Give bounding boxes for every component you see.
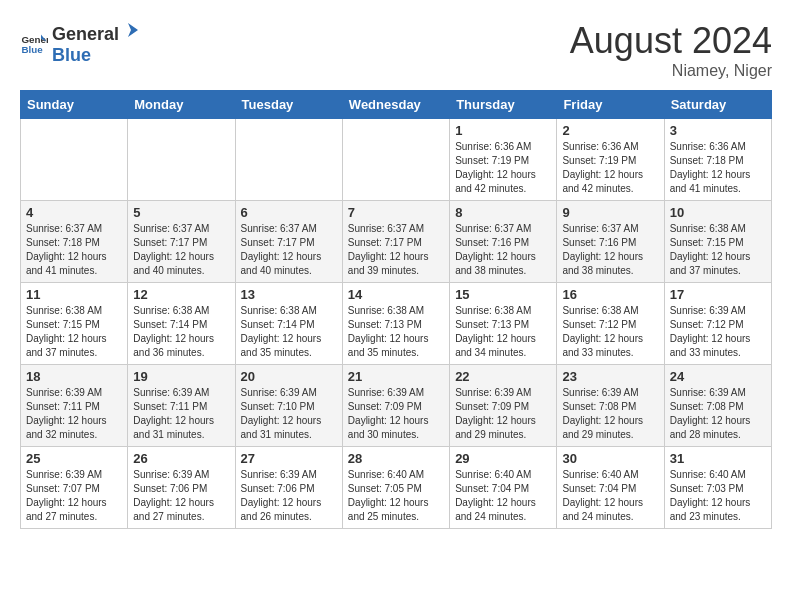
logo-arrow-icon (120, 20, 140, 40)
day-info: Sunrise: 6:36 AM Sunset: 7:18 PM Dayligh… (670, 140, 766, 196)
calendar-day-cell (21, 119, 128, 201)
day-info: Sunrise: 6:39 AM Sunset: 7:10 PM Dayligh… (241, 386, 337, 442)
day-info: Sunrise: 6:40 AM Sunset: 7:04 PM Dayligh… (455, 468, 551, 524)
calendar-header-row: SundayMondayTuesdayWednesdayThursdayFrid… (21, 91, 772, 119)
day-number: 6 (241, 205, 337, 220)
day-of-week-header: Wednesday (342, 91, 449, 119)
calendar-week-row: 25Sunrise: 6:39 AM Sunset: 7:07 PM Dayli… (21, 447, 772, 529)
calendar-day-cell: 13Sunrise: 6:38 AM Sunset: 7:14 PM Dayli… (235, 283, 342, 365)
calendar-day-cell (342, 119, 449, 201)
calendar-day-cell: 20Sunrise: 6:39 AM Sunset: 7:10 PM Dayli… (235, 365, 342, 447)
calendar-day-cell: 25Sunrise: 6:39 AM Sunset: 7:07 PM Dayli… (21, 447, 128, 529)
day-number: 27 (241, 451, 337, 466)
calendar-day-cell: 24Sunrise: 6:39 AM Sunset: 7:08 PM Dayli… (664, 365, 771, 447)
day-number: 28 (348, 451, 444, 466)
day-info: Sunrise: 6:39 AM Sunset: 7:11 PM Dayligh… (26, 386, 122, 442)
day-number: 26 (133, 451, 229, 466)
day-of-week-header: Sunday (21, 91, 128, 119)
day-info: Sunrise: 6:38 AM Sunset: 7:15 PM Dayligh… (670, 222, 766, 278)
day-number: 18 (26, 369, 122, 384)
day-info: Sunrise: 6:38 AM Sunset: 7:12 PM Dayligh… (562, 304, 658, 360)
logo-general-text: General (52, 24, 119, 45)
calendar-day-cell: 28Sunrise: 6:40 AM Sunset: 7:05 PM Dayli… (342, 447, 449, 529)
location-subtitle: Niamey, Niger (570, 62, 772, 80)
day-info: Sunrise: 6:37 AM Sunset: 7:16 PM Dayligh… (562, 222, 658, 278)
day-number: 16 (562, 287, 658, 302)
calendar-day-cell: 27Sunrise: 6:39 AM Sunset: 7:06 PM Dayli… (235, 447, 342, 529)
calendar-day-cell: 17Sunrise: 6:39 AM Sunset: 7:12 PM Dayli… (664, 283, 771, 365)
day-info: Sunrise: 6:40 AM Sunset: 7:04 PM Dayligh… (562, 468, 658, 524)
calendar-week-row: 1Sunrise: 6:36 AM Sunset: 7:19 PM Daylig… (21, 119, 772, 201)
day-info: Sunrise: 6:39 AM Sunset: 7:06 PM Dayligh… (241, 468, 337, 524)
day-number: 12 (133, 287, 229, 302)
day-of-week-header: Saturday (664, 91, 771, 119)
day-info: Sunrise: 6:36 AM Sunset: 7:19 PM Dayligh… (562, 140, 658, 196)
day-number: 15 (455, 287, 551, 302)
calendar-day-cell: 10Sunrise: 6:38 AM Sunset: 7:15 PM Dayli… (664, 201, 771, 283)
logo: General Blue General Blue (20, 20, 141, 66)
day-info: Sunrise: 6:38 AM Sunset: 7:13 PM Dayligh… (455, 304, 551, 360)
svg-text:Blue: Blue (21, 44, 43, 55)
day-number: 7 (348, 205, 444, 220)
calendar-day-cell (235, 119, 342, 201)
day-info: Sunrise: 6:39 AM Sunset: 7:09 PM Dayligh… (455, 386, 551, 442)
calendar-day-cell: 19Sunrise: 6:39 AM Sunset: 7:11 PM Dayli… (128, 365, 235, 447)
day-info: Sunrise: 6:37 AM Sunset: 7:17 PM Dayligh… (133, 222, 229, 278)
day-info: Sunrise: 6:39 AM Sunset: 7:09 PM Dayligh… (348, 386, 444, 442)
day-number: 10 (670, 205, 766, 220)
calendar-day-cell: 3Sunrise: 6:36 AM Sunset: 7:18 PM Daylig… (664, 119, 771, 201)
calendar-day-cell: 15Sunrise: 6:38 AM Sunset: 7:13 PM Dayli… (450, 283, 557, 365)
day-number: 11 (26, 287, 122, 302)
month-year-title: August 2024 (570, 20, 772, 62)
calendar-day-cell: 23Sunrise: 6:39 AM Sunset: 7:08 PM Dayli… (557, 365, 664, 447)
calendar-day-cell: 22Sunrise: 6:39 AM Sunset: 7:09 PM Dayli… (450, 365, 557, 447)
day-of-week-header: Monday (128, 91, 235, 119)
calendar-day-cell: 26Sunrise: 6:39 AM Sunset: 7:06 PM Dayli… (128, 447, 235, 529)
page-header: General Blue General Blue August 2024 Ni… (20, 20, 772, 80)
day-number: 30 (562, 451, 658, 466)
day-number: 20 (241, 369, 337, 384)
day-of-week-header: Thursday (450, 91, 557, 119)
calendar-day-cell: 18Sunrise: 6:39 AM Sunset: 7:11 PM Dayli… (21, 365, 128, 447)
calendar-day-cell (128, 119, 235, 201)
day-number: 14 (348, 287, 444, 302)
calendar-day-cell: 11Sunrise: 6:38 AM Sunset: 7:15 PM Dayli… (21, 283, 128, 365)
day-number: 9 (562, 205, 658, 220)
day-info: Sunrise: 6:39 AM Sunset: 7:11 PM Dayligh… (133, 386, 229, 442)
calendar-day-cell: 14Sunrise: 6:38 AM Sunset: 7:13 PM Dayli… (342, 283, 449, 365)
day-of-week-header: Friday (557, 91, 664, 119)
day-number: 17 (670, 287, 766, 302)
day-info: Sunrise: 6:37 AM Sunset: 7:16 PM Dayligh… (455, 222, 551, 278)
day-number: 3 (670, 123, 766, 138)
day-number: 24 (670, 369, 766, 384)
calendar-day-cell: 7Sunrise: 6:37 AM Sunset: 7:17 PM Daylig… (342, 201, 449, 283)
day-info: Sunrise: 6:39 AM Sunset: 7:07 PM Dayligh… (26, 468, 122, 524)
day-number: 23 (562, 369, 658, 384)
day-number: 19 (133, 369, 229, 384)
calendar-week-row: 18Sunrise: 6:39 AM Sunset: 7:11 PM Dayli… (21, 365, 772, 447)
calendar-day-cell: 2Sunrise: 6:36 AM Sunset: 7:19 PM Daylig… (557, 119, 664, 201)
day-info: Sunrise: 6:38 AM Sunset: 7:15 PM Dayligh… (26, 304, 122, 360)
svg-marker-2 (128, 23, 138, 37)
day-number: 13 (241, 287, 337, 302)
day-number: 2 (562, 123, 658, 138)
day-of-week-header: Tuesday (235, 91, 342, 119)
day-number: 5 (133, 205, 229, 220)
day-info: Sunrise: 6:38 AM Sunset: 7:13 PM Dayligh… (348, 304, 444, 360)
day-info: Sunrise: 6:38 AM Sunset: 7:14 PM Dayligh… (133, 304, 229, 360)
logo-icon: General Blue (20, 29, 48, 57)
day-info: Sunrise: 6:36 AM Sunset: 7:19 PM Dayligh… (455, 140, 551, 196)
calendar-week-row: 4Sunrise: 6:37 AM Sunset: 7:18 PM Daylig… (21, 201, 772, 283)
day-number: 1 (455, 123, 551, 138)
day-number: 8 (455, 205, 551, 220)
calendar-day-cell: 21Sunrise: 6:39 AM Sunset: 7:09 PM Dayli… (342, 365, 449, 447)
day-info: Sunrise: 6:40 AM Sunset: 7:03 PM Dayligh… (670, 468, 766, 524)
day-info: Sunrise: 6:39 AM Sunset: 7:08 PM Dayligh… (562, 386, 658, 442)
calendar-day-cell: 29Sunrise: 6:40 AM Sunset: 7:04 PM Dayli… (450, 447, 557, 529)
title-block: August 2024 Niamey, Niger (570, 20, 772, 80)
day-number: 31 (670, 451, 766, 466)
calendar-day-cell: 4Sunrise: 6:37 AM Sunset: 7:18 PM Daylig… (21, 201, 128, 283)
calendar-week-row: 11Sunrise: 6:38 AM Sunset: 7:15 PM Dayli… (21, 283, 772, 365)
calendar-day-cell: 5Sunrise: 6:37 AM Sunset: 7:17 PM Daylig… (128, 201, 235, 283)
calendar-day-cell: 9Sunrise: 6:37 AM Sunset: 7:16 PM Daylig… (557, 201, 664, 283)
